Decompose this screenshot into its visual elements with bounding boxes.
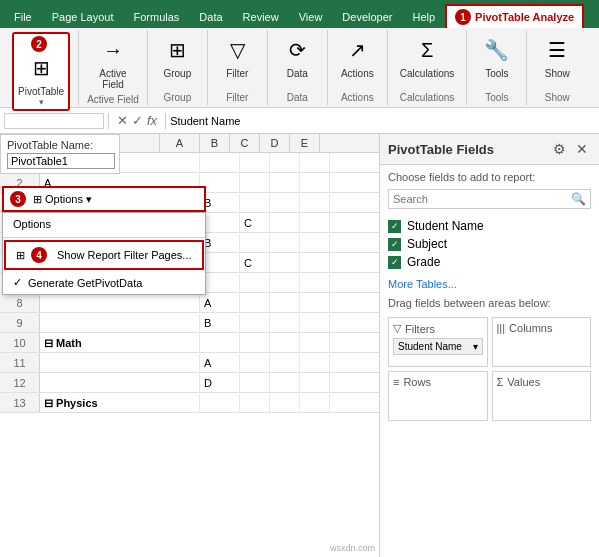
field-item-grade[interactable]: ✓ Grade bbox=[388, 253, 591, 271]
cell-12-d[interactable] bbox=[270, 373, 300, 393]
menu-item-report-filter[interactable]: ⊞ 4 Show Report Filter Pages... bbox=[4, 240, 204, 270]
filter-value-student-name[interactable]: Student Name ▾ bbox=[393, 338, 483, 355]
menu-item-getpivotdata[interactable]: ✓ Generate GetPivotData bbox=[3, 271, 205, 294]
tab-review[interactable]: Review bbox=[233, 6, 289, 28]
more-tables-link[interactable]: More Tables... bbox=[380, 275, 599, 293]
cell-5-c[interactable] bbox=[240, 233, 270, 253]
cell-10-b[interactable] bbox=[200, 333, 240, 353]
cell-7-e[interactable] bbox=[300, 273, 330, 293]
tab-view[interactable]: View bbox=[289, 6, 333, 28]
filter-button[interactable]: ▽ Filter bbox=[217, 32, 257, 81]
cell-3-b[interactable]: B bbox=[200, 193, 240, 213]
cell-10-d[interactable] bbox=[270, 333, 300, 353]
cell-8-b[interactable]: A bbox=[200, 293, 240, 313]
cell-13-c[interactable] bbox=[240, 393, 270, 413]
pivot-name-input[interactable] bbox=[7, 153, 115, 169]
actions-button[interactable]: ↗ Actions bbox=[337, 32, 378, 81]
cell-1-d[interactable] bbox=[270, 153, 300, 173]
cancel-icon[interactable]: ✕ bbox=[117, 113, 128, 128]
cell-12-a[interactable] bbox=[40, 373, 200, 393]
col-d[interactable]: D bbox=[260, 134, 290, 152]
cell-12-e[interactable] bbox=[300, 373, 330, 393]
cell-6-e[interactable] bbox=[300, 253, 330, 273]
active-button[interactable]: → ActiveField bbox=[93, 32, 133, 92]
cell-9-e[interactable] bbox=[300, 313, 330, 333]
cell-5-e[interactable] bbox=[300, 233, 330, 253]
cell-9-b[interactable]: B bbox=[200, 313, 240, 333]
function-icon[interactable]: fx bbox=[147, 113, 157, 128]
tab-page-layout[interactable]: Page Layout bbox=[42, 6, 124, 28]
options-button[interactable]: 3 ⊞ Options ▾ bbox=[2, 186, 206, 212]
filter-dropdown-arrow[interactable]: ▾ bbox=[473, 341, 478, 352]
checkbox-student-name[interactable]: ✓ bbox=[388, 220, 401, 233]
checkbox-grade[interactable]: ✓ bbox=[388, 256, 401, 269]
cell-2-b[interactable] bbox=[200, 173, 240, 193]
cell-2-c[interactable] bbox=[240, 173, 270, 193]
confirm-icon[interactable]: ✓ bbox=[132, 113, 143, 128]
tab-file[interactable]: File bbox=[4, 6, 42, 28]
name-box[interactable] bbox=[4, 113, 104, 129]
col-e[interactable]: E bbox=[290, 134, 320, 152]
cell-9-a[interactable] bbox=[40, 313, 200, 333]
cell-12-c[interactable] bbox=[240, 373, 270, 393]
cell-11-d[interactable] bbox=[270, 353, 300, 373]
cell-8-a[interactable] bbox=[40, 293, 200, 313]
field-item-subject[interactable]: ✓ Subject bbox=[388, 235, 591, 253]
cell-1-b[interactable] bbox=[200, 153, 240, 173]
cell-10-a[interactable]: ⊟ Math bbox=[40, 333, 200, 353]
show-button[interactable]: ☰ Show bbox=[537, 32, 577, 81]
cell-6-b[interactable] bbox=[200, 253, 240, 273]
cell-11-e[interactable] bbox=[300, 353, 330, 373]
tools-button[interactable]: 🔧 Tools bbox=[477, 32, 517, 81]
checkbox-subject[interactable]: ✓ bbox=[388, 238, 401, 251]
tab-formulas[interactable]: Formulas bbox=[124, 6, 190, 28]
cell-3-d[interactable] bbox=[270, 193, 300, 213]
tab-developer[interactable]: Developer bbox=[332, 6, 402, 28]
cell-8-d[interactable] bbox=[270, 293, 300, 313]
menu-item-options[interactable]: Options bbox=[3, 213, 205, 235]
cell-7-c[interactable] bbox=[240, 273, 270, 293]
cell-4-b[interactable] bbox=[200, 213, 240, 233]
cell-6-c[interactable]: C bbox=[240, 253, 270, 273]
tab-help[interactable]: Help bbox=[402, 6, 445, 28]
cell-7-d[interactable] bbox=[270, 273, 300, 293]
col-c[interactable]: C bbox=[230, 134, 260, 152]
cell-10-e[interactable] bbox=[300, 333, 330, 353]
cell-10-c[interactable] bbox=[240, 333, 270, 353]
col-a[interactable]: A bbox=[160, 134, 200, 152]
col-b[interactable]: B bbox=[200, 134, 230, 152]
cell-4-e[interactable] bbox=[300, 213, 330, 233]
cell-3-e[interactable] bbox=[300, 193, 330, 213]
data-button[interactable]: ⟳ Data bbox=[277, 32, 317, 81]
panel-close-icon[interactable]: ✕ bbox=[573, 140, 591, 158]
cell-11-a[interactable] bbox=[40, 353, 200, 373]
cell-5-d[interactable] bbox=[270, 233, 300, 253]
cell-2-e[interactable] bbox=[300, 173, 330, 193]
cell-6-d[interactable] bbox=[270, 253, 300, 273]
tab-pivottable-analyze[interactable]: 1 PivotTable Analyze bbox=[445, 4, 584, 28]
cell-13-b[interactable] bbox=[200, 393, 240, 413]
cell-9-d[interactable] bbox=[270, 313, 300, 333]
cell-13-a[interactable]: ⊟ Physics bbox=[40, 393, 200, 413]
cell-11-c[interactable] bbox=[240, 353, 270, 373]
cell-13-e[interactable] bbox=[300, 393, 330, 413]
cell-5-b[interactable]: B bbox=[200, 233, 240, 253]
cell-3-c[interactable] bbox=[240, 193, 270, 213]
cell-1-e[interactable] bbox=[300, 153, 330, 173]
cell-11-b[interactable]: A bbox=[200, 353, 240, 373]
calculations-button[interactable]: Σ Calculations bbox=[396, 32, 458, 81]
cell-4-d[interactable] bbox=[270, 213, 300, 233]
pivottable-button[interactable]: 2 ⊞ PivotTable ▾ bbox=[12, 32, 70, 111]
field-item-student-name[interactable]: ✓ Student Name bbox=[388, 217, 591, 235]
tab-data[interactable]: Data bbox=[189, 6, 232, 28]
cell-9-c[interactable] bbox=[240, 313, 270, 333]
cell-8-c[interactable] bbox=[240, 293, 270, 313]
cell-7-b[interactable] bbox=[200, 273, 240, 293]
search-input[interactable] bbox=[393, 193, 571, 205]
panel-settings-icon[interactable]: ⚙ bbox=[550, 140, 569, 158]
cell-12-b[interactable]: D bbox=[200, 373, 240, 393]
cell-1-c[interactable] bbox=[240, 153, 270, 173]
cell-8-e[interactable] bbox=[300, 293, 330, 313]
cell-4-c[interactable]: C bbox=[240, 213, 270, 233]
cell-2-d[interactable] bbox=[270, 173, 300, 193]
